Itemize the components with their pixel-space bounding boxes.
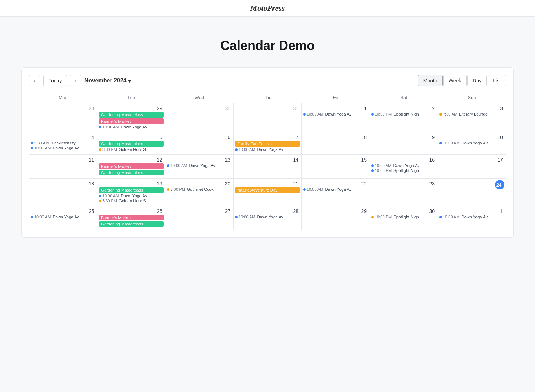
event-dot-icon <box>167 164 169 167</box>
event-time: 10:00 AM <box>102 125 119 129</box>
cell-date: 14 <box>235 156 300 163</box>
cell-date: 28 <box>31 105 96 112</box>
event-dot-icon <box>99 148 101 151</box>
event-name: Dawn Yoga Av <box>461 141 488 145</box>
month-title-display[interactable]: November 2024 ▾ <box>84 77 131 84</box>
cell-date: 18 <box>31 180 96 187</box>
calendar-cell: 17 <box>438 155 506 179</box>
calendar-week-row: 1819Gardening Masterclass10:00 AMDawn Yo… <box>29 179 506 206</box>
event-dot-row[interactable]: 10:00 AMDawn Yoga Av <box>235 215 300 219</box>
cell-date: 17 <box>439 156 504 163</box>
event-name: Golden Hour S <box>119 199 146 203</box>
view-day-button[interactable]: Day <box>467 75 487 86</box>
event-name: Golden Hour S <box>119 147 146 152</box>
event-name: Dawn Yoga Av <box>325 112 351 116</box>
cell-date: 19 <box>99 180 164 187</box>
event-bar[interactable]: Family Fun Festival <box>235 141 300 147</box>
event-dot-row[interactable]: 10:00 AMDawn Yoga Av <box>439 215 504 219</box>
event-dot-icon <box>31 147 33 149</box>
cell-date: 13 <box>167 156 232 163</box>
calendar-cell: 2810:00 AMDawn Yoga Av <box>234 206 302 230</box>
event-dot-row[interactable]: 10:00 PMSpotlight Nigh <box>371 215 436 219</box>
event-dot-icon <box>303 188 306 191</box>
event-name: High-Intensity <box>50 141 75 145</box>
event-dot-row[interactable]: 3:30 PMGolden Hour S <box>99 147 164 152</box>
calendar-cell: 9 <box>370 132 438 155</box>
event-bar[interactable]: Gardening Masterclass <box>99 170 164 175</box>
event-bar[interactable]: Farmer's Market <box>99 163 164 169</box>
event-time: 10:00 AM <box>443 141 459 145</box>
event-dot-icon <box>235 216 238 218</box>
event-dot-row[interactable]: 10:00 PMSpotlight Nigh <box>371 168 436 173</box>
today-button[interactable]: Today <box>43 75 67 86</box>
calendar-cell: 19Gardening Masterclass10:00 AMDawn Yoga… <box>97 179 165 206</box>
calendar-week-row: 49:30 AMHigh-Intensity10:00 AMDawn Yoga … <box>29 132 506 155</box>
calendar-cell: 110:00 AMDawn Yoga Av <box>302 103 370 132</box>
event-bar[interactable]: Farmer's Market <box>99 215 164 220</box>
event-dot-icon <box>31 142 33 144</box>
toolbar-left: ‹ Today › November 2024 ▾ <box>29 75 131 86</box>
view-week-button[interactable]: Week <box>443 75 467 86</box>
view-month-button[interactable]: Month <box>418 75 443 86</box>
calendar-grid: MonTueWedThuFriSatSun 2829Gardening Mast… <box>29 92 506 230</box>
calendar-cell: 15 <box>302 155 370 179</box>
event-dot-row[interactable]: 10:00 AMDawn Yoga Av <box>31 215 96 219</box>
event-dot-row[interactable]: 7:00 PMGourmet Cooki <box>167 187 232 192</box>
event-bar[interactable]: Gardening Masterclass <box>99 187 164 193</box>
event-dot-row[interactable]: 10:00 AMDawn Yoga Av <box>99 194 164 198</box>
event-name: Dawn Yoga Av <box>393 163 419 168</box>
calendar-cell: 210:00 PMSpotlight Nigh <box>370 103 438 132</box>
event-dot-icon <box>439 113 442 116</box>
event-dot-row[interactable]: 10:00 AMDawn Yoga Av <box>303 187 368 192</box>
view-list-button[interactable]: List <box>488 75 506 86</box>
event-bar[interactable]: Nature Adventure Day <box>235 187 300 193</box>
calendar-cell: 110:00 AMDawn Yoga Av <box>438 206 506 230</box>
calendar-cell: 7Family Fun Festival10:00 AMDawn Yoga Av <box>234 132 302 155</box>
event-dot-row[interactable]: 10:00 AMDawn Yoga Av <box>235 147 300 152</box>
event-dot-row[interactable]: 10:00 PMSpotlight Nigh <box>371 112 436 116</box>
calendar-cell: 8 <box>302 132 370 155</box>
event-bar[interactable]: Gardening Masterclass <box>99 221 164 227</box>
cell-date: 31 <box>235 105 300 112</box>
cell-date: 3 <box>439 105 504 112</box>
day-header-sat: Sat <box>370 92 438 103</box>
event-dot-icon <box>371 169 374 172</box>
event-dot-row[interactable]: 7:30 AMLiterary Lounge <box>439 112 504 116</box>
event-bar[interactable]: Gardening Masterclass <box>99 112 164 118</box>
event-time: 3:30 PM <box>102 147 117 152</box>
event-dot-row[interactable]: 10:00 AMDawn Yoga Av <box>439 141 504 145</box>
event-dot-row[interactable]: 10:00 AMDawn Yoga Av <box>31 146 96 150</box>
prev-button[interactable]: ‹ <box>29 75 40 86</box>
event-name: Spotlight Nigh <box>393 112 419 116</box>
cell-date: 30 <box>167 105 232 112</box>
event-dot-row[interactable]: 3:30 PMGolden Hour S <box>99 199 164 203</box>
event-dot-row[interactable]: 10:00 AMDawn Yoga Av <box>167 163 232 168</box>
event-time: 7:00 PM <box>170 187 185 192</box>
calendar-cell: 1310:00 AMDawn Yoga Av <box>165 155 234 179</box>
event-dot-row[interactable]: 10:00 AMDawn Yoga Av <box>371 163 436 168</box>
cell-date: 6 <box>167 134 232 141</box>
event-time: 10:00 PM <box>375 112 392 116</box>
calendar-cell: 11 <box>29 155 97 179</box>
top-bar: MotoPress <box>0 0 535 17</box>
event-bar[interactable]: Gardening Masterclass <box>99 141 164 147</box>
cell-date: 29 <box>99 105 164 112</box>
event-dot-row[interactable]: 9:30 AMHigh-Intensity <box>31 141 96 145</box>
event-time: 10:00 AM <box>307 112 323 116</box>
cell-date: 1 <box>303 105 368 112</box>
event-name: Dawn Yoga Av <box>257 215 283 219</box>
day-header-thu: Thu <box>234 92 302 103</box>
calendar-cell: 27 <box>165 206 234 230</box>
calendar-toolbar: ‹ Today › November 2024 ▾ Month Week Day… <box>29 75 506 86</box>
event-bar[interactable]: Farmer's Market <box>99 118 164 124</box>
logo: MotoPress <box>250 4 285 12</box>
cell-date: 30 <box>371 208 436 215</box>
next-button[interactable]: › <box>70 75 81 86</box>
event-dot-row[interactable]: 10:00 AMDawn Yoga Av <box>99 125 164 129</box>
cell-date: 16 <box>371 156 436 163</box>
cell-date: 21 <box>235 180 300 187</box>
event-dot-row[interactable]: 10:00 AMDawn Yoga Av <box>303 112 368 116</box>
calendar-cell: 5Gardening Masterclass3:30 PMGolden Hour… <box>97 132 165 155</box>
cell-date: 25 <box>31 208 96 215</box>
event-name: Dawn Yoga Av <box>52 146 79 150</box>
